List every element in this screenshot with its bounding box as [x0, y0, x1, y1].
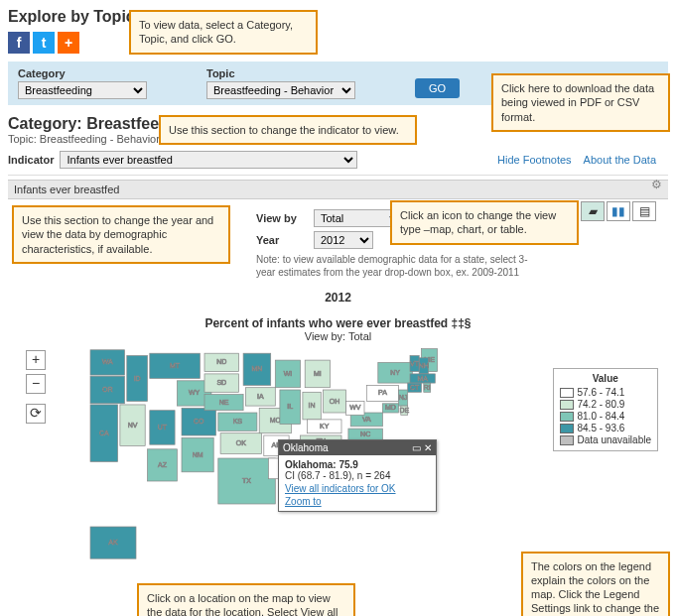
state-label: NC	[360, 431, 370, 437]
gear-icon[interactable]: ⚙	[651, 178, 662, 191]
callout-download: Click here to download the data being vi…	[491, 73, 670, 132]
legend-swatch	[560, 388, 574, 398]
share-icon[interactable]: +	[58, 32, 79, 54]
map-popup: Oklahoma ▭ ✕ Oklahoma: 75.9 CI (68.7 - 8…	[278, 439, 437, 512]
filter-note: Note: to view available demographic data…	[256, 253, 534, 279]
content-area: ⚙ Infants ever breastfed ▰ ▮▮ ▤ Click an…	[8, 175, 668, 616]
state-label: PA	[378, 389, 387, 396]
facebook-icon[interactable]: f	[8, 32, 30, 54]
state-label: ND	[216, 358, 226, 365]
state-label: OH	[330, 398, 340, 405]
legend-label: 57.6 - 74.1	[578, 387, 625, 398]
year-select[interactable]: 2012	[314, 231, 373, 249]
state-label: MI	[314, 370, 322, 377]
state-label: ID	[134, 375, 141, 382]
state-label: MD	[385, 404, 396, 411]
callout-legend: The colors on the legend explain the col…	[521, 552, 670, 616]
state-label: CA	[99, 430, 109, 436]
legend-swatch	[560, 424, 574, 433]
state-label: NE	[219, 399, 229, 406]
state-label: VA	[362, 416, 371, 423]
indicator-title-bar: Infants ever breastfed	[8, 180, 668, 199]
legend-row: Data unavailable	[560, 434, 652, 445]
reset-zoom-button[interactable]: ⟳	[26, 404, 46, 424]
callout-top: To view data, select a Category, Topic, …	[129, 10, 318, 55]
hide-footnotes-link[interactable]: Hide Footnotes	[497, 154, 572, 166]
topic-label: Topic	[206, 67, 355, 79]
legend-title: Value	[560, 373, 652, 384]
state-label: OK	[236, 439, 246, 446]
state-label: IL	[287, 403, 293, 410]
popup-zoom-link[interactable]: Zoom to	[285, 496, 430, 507]
indicator-select[interactable]: Infants ever breastfed	[60, 151, 357, 169]
category-label: Category	[18, 67, 147, 79]
state-label: KY	[320, 423, 330, 430]
table-view-icon[interactable]: ▤	[632, 201, 656, 221]
state-label: NJ	[399, 394, 408, 401]
legend: Value 57.6 - 74.174.2 - 80.981.0 - 84.48…	[553, 368, 659, 451]
indicator-label: Indicator	[8, 154, 54, 166]
go-button[interactable]: GO	[415, 78, 460, 98]
state-label: KS	[233, 418, 243, 425]
state-label: WA	[102, 358, 113, 365]
legend-label: 74.2 - 80.9	[578, 399, 625, 410]
state-label: DE	[399, 407, 409, 414]
state-label: WY	[189, 389, 201, 396]
indicator-row: Indicator Infants ever breastfed Hide Fo…	[8, 151, 668, 169]
legend-swatch	[560, 400, 574, 410]
state-label: NH	[419, 362, 429, 369]
callout-views: Click an icon to change the view type –m…	[390, 200, 579, 245]
popup-ci: CI (68.7 - 81.9), n = 264	[285, 470, 430, 481]
state-label: IA	[257, 393, 264, 400]
popup-title: Oklahoma	[283, 442, 329, 453]
legend-label: 84.5 - 93.6	[578, 423, 625, 433]
legend-row: 81.0 - 84.4	[560, 411, 652, 422]
map-zone: + − ⟳ WAORCAIDNVAZUTMTWYCONMTXNDSDNEKSOK…	[8, 350, 668, 578]
zoom-out-button[interactable]: −	[26, 374, 46, 394]
viewby-label: View by	[256, 212, 306, 224]
popup-close-icon[interactable]: ▭ ✕	[412, 442, 432, 453]
view-controls: ▰ ▮▮ ▤	[581, 201, 656, 221]
legend-label: Data unavailable	[578, 434, 652, 445]
map-view-icon[interactable]: ▰	[581, 201, 605, 221]
twitter-icon[interactable]: t	[33, 32, 55, 54]
state-label: MN	[251, 365, 262, 372]
page-title: Explore by Topic	[8, 8, 668, 26]
state-label: TX	[242, 477, 251, 484]
about-data-link[interactable]: About the Data	[584, 154, 656, 166]
popup-value: Oklahoma: 75.9	[285, 459, 430, 470]
legend-row: 84.5 - 93.6	[560, 423, 652, 433]
state-label: UT	[158, 424, 168, 431]
state-label: AK	[108, 539, 118, 546]
state-label: CO	[194, 418, 204, 425]
popup-all-indicators-link[interactable]: View all indicators for OK	[285, 483, 430, 494]
callout-filters: Use this section to change the year and …	[12, 205, 230, 264]
topic-select[interactable]: Breastfeeding - Behavior	[206, 81, 355, 99]
legend-row: 74.2 - 80.9	[560, 399, 652, 410]
legend-swatch	[560, 435, 574, 445]
state-label: MA	[417, 375, 428, 382]
social-bar: f t +	[8, 32, 668, 54]
category-select[interactable]: Breastfeeding	[18, 81, 147, 99]
callout-indicator: Use this section to change the indicator…	[159, 115, 417, 145]
state-label: CT	[410, 384, 420, 391]
chart-year: 2012	[8, 291, 668, 305]
legend-label: 81.0 - 84.4	[578, 411, 625, 422]
chart-title: Percent of infants who were ever breastf…	[8, 316, 668, 330]
state-label: NY	[390, 369, 400, 376]
state-label: IN	[309, 402, 316, 409]
state-label: WI	[284, 370, 293, 377]
state-label: WV	[349, 404, 361, 411]
zoom-in-button[interactable]: +	[26, 350, 46, 370]
state-label: OR	[102, 386, 113, 393]
callout-location: Click on a location on the map to view t…	[137, 583, 355, 616]
year-label: Year	[256, 234, 306, 246]
state-label: MT	[170, 362, 181, 369]
legend-row: 57.6 - 74.1	[560, 387, 652, 398]
chart-subtitle: View by: Total	[8, 330, 668, 342]
state-label: NV	[128, 422, 138, 429]
chart-view-icon[interactable]: ▮▮	[607, 201, 630, 221]
state-label: AZ	[158, 461, 168, 468]
state-label: RI	[424, 384, 431, 391]
state-label: NM	[193, 451, 203, 458]
